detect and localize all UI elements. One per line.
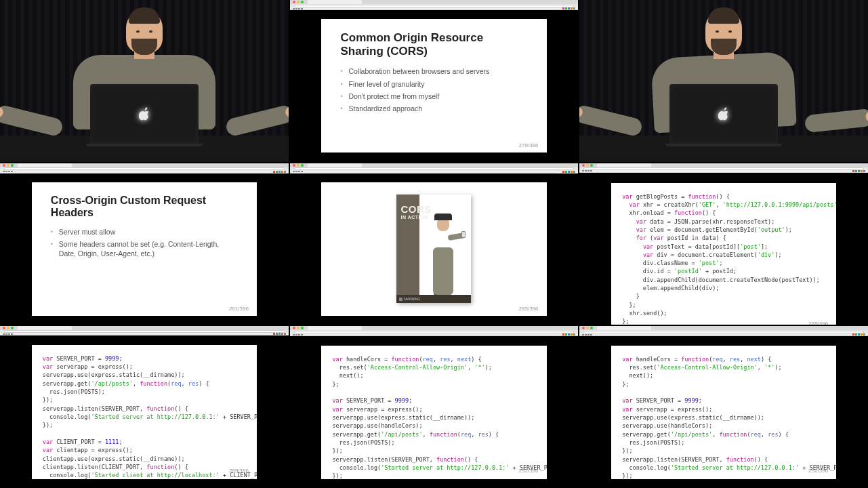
thumb-code-server-cors-2[interactable]: var handleCors = function(req, res, next… [579,326,868,488]
bullet: Collaboration between browsers and serve… [340,65,527,77]
page-number: 289/396 [229,467,249,475]
page-number: 279/396 [519,142,539,148]
bullet: Don't protect me from myself [340,90,527,102]
bullet: Server must allow [51,226,238,238]
browser-window: var handleCors = function(req, res, next… [290,326,579,488]
thumb-code-client[interactable]: var getBlogPosts = function() { var xhr … [579,163,868,325]
laptop [669,84,778,149]
page-number: 292/396 [808,467,828,475]
browser-window: var handleCors = function(req, res, next… [579,326,868,488]
browser-window: CORS IN ACTION MANNING 283/396 [290,163,579,325]
thumb-speaker-1[interactable] [0,0,289,162]
thumb-code-server-cors[interactable]: var handleCors = function(req, res, next… [290,326,579,488]
book-title: CORS IN ACTION [400,204,431,220]
page-number: 281/396 [229,306,249,312]
slide-card: Common Origin Resource Sharing (CORS) Co… [321,19,546,152]
page-number: 285/396 [808,320,828,325]
cover-illustration [428,214,467,295]
book-cover: CORS IN ACTION MANNING [396,195,471,303]
code-block: var handleCors = function(req, res, next… [321,346,546,479]
slide-bullets: Collaboration between browsers and serve… [340,65,527,115]
bullet: Standardized approach [340,102,527,115]
slide-card: Cross-Origin Custom Request Headers Serv… [32,182,257,316]
laptop [90,84,199,149]
apple-logo-icon [718,107,729,121]
code-block: var SERVER_PORT = 9999; var serverapp = … [32,345,257,479]
thumb-slide-headers[interactable]: Cross-Origin Custom Request Headers Serv… [0,163,289,325]
bullet: Some headers cannot be set (e.g. Content… [51,238,238,260]
thumb-book-cover[interactable]: CORS IN ACTION MANNING 283/396 [290,163,579,325]
code-block: var getBlogPosts = function() { var xhr … [611,183,836,325]
slide-card: CORS IN ACTION MANNING 283/396 [321,182,546,316]
browser-window: Cross-Origin Custom Request Headers Serv… [0,163,289,325]
page-number: 283/396 [519,306,539,312]
browser-window: var SERVER_PORT = 9999; var serverapp = … [0,326,289,488]
slide-title: Cross-Origin Custom Request Headers [51,195,238,219]
video-frame [579,0,868,162]
publisher-bar: MANNING [396,295,471,303]
thumb-slide-cors[interactable]: Common Origin Resource Sharing (CORS) Co… [290,0,579,162]
thumb-speaker-2[interactable] [579,0,868,162]
apple-logo-icon [139,107,150,121]
page-number: 292/396 [519,467,539,475]
code-block: var handleCors = function(req, res, next… [611,346,836,479]
slide-bullets: Server must allow Some headers cannot be… [51,226,238,260]
slide-title: Common Origin Resource Sharing (CORS) [340,31,527,58]
bullet: Finer level of granularity [340,78,527,90]
thumb-code-server-basic[interactable]: var SERVER_PORT = 9999; var serverapp = … [0,326,289,488]
browser-window: var getBlogPosts = function() { var xhr … [579,163,868,325]
thumbnail-grid: Common Origin Resource Sharing (CORS) Co… [0,0,868,488]
video-frame [0,0,289,162]
browser-window: Common Origin Resource Sharing (CORS) Co… [290,0,579,162]
